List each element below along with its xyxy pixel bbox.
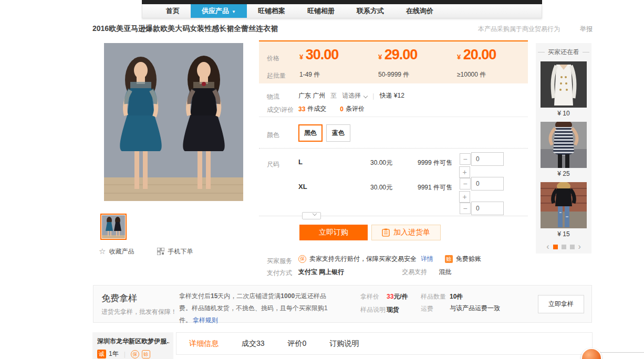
page-dot-3[interactable]: [570, 245, 575, 249]
credit-badge-icon: 赊: [142, 350, 150, 358]
nav-shop-album[interactable]: 旺铺相册: [296, 4, 346, 18]
add-to-cart-label: 加入进货单: [393, 228, 430, 237]
size-row-L: L 30.00元 9999 件可售 − +: [259, 150, 528, 174]
tab-deals[interactable]: 成交33: [230, 333, 276, 354]
sample-qty-label: 样品数量: [421, 292, 446, 301]
price-tier-2: ¥ 29.00: [378, 47, 417, 63]
price-tier-3: ¥ 20.00: [457, 47, 496, 63]
color-option-black[interactable]: 黑色: [298, 124, 323, 142]
tab-detail-info[interactable]: 详细信息: [178, 333, 230, 354]
logistics-origin: 广东 广州: [298, 91, 325, 100]
sample-price-value: 33元/件: [387, 292, 408, 301]
seller-name[interactable]: 深圳市龙华新区欧梦伊服...: [97, 337, 169, 346]
also-viewed-item-2[interactable]: ¥ 25: [536, 122, 591, 177]
moq-tier-1: 1-49 件: [299, 70, 320, 79]
chevron-down-icon: [313, 212, 317, 216]
order-now-button[interactable]: 立即订购: [299, 225, 368, 240]
size-list: 尺码 L 30.00元 9999 件可售 − + XL 30.00元 9991 …: [259, 150, 528, 216]
nav-products[interactable]: 供应产品▼: [191, 4, 247, 18]
nav-home[interactable]: 首页: [155, 4, 191, 18]
item-price: ¥ 15: [536, 230, 591, 238]
payment-label: 支付方式: [267, 269, 292, 278]
item-price: ¥ 25: [536, 170, 591, 177]
moq-label: 起批量: [267, 71, 286, 80]
seller-badges: 诚 1年 | 保 赊: [97, 350, 169, 358]
mobile-order-label: 手机下单: [168, 247, 193, 256]
logistics-label: 物流: [267, 92, 279, 101]
buyer-service-row: 保 卖家支持先行赔付，保障买家交易安全 详情 赊 免费赊账: [298, 255, 481, 263]
favorite-label: 收藏产品: [109, 247, 134, 256]
payment-row: 支付宝 网上银行 交易支持 混批: [298, 268, 451, 277]
size-price: 30.00元: [370, 183, 392, 192]
qr-code-icon: [157, 248, 164, 255]
destination-select[interactable]: 请选择: [342, 91, 367, 100]
review-unit[interactable]: 条评价: [346, 104, 365, 113]
size-stock: 9999 件可售: [418, 159, 452, 167]
mobile-order-button[interactable]: 手机下单: [157, 247, 193, 256]
sample-stock-value: 现货: [387, 305, 399, 314]
size-scroll-more-button[interactable]: [302, 212, 321, 219]
review-count[interactable]: 0: [340, 105, 344, 113]
also-viewed-item-3[interactable]: ¥ 15: [536, 182, 591, 238]
qty-input[interactable]: [471, 202, 504, 215]
clipboard-icon: [382, 228, 390, 237]
item-photo-black-top: [541, 182, 587, 228]
nav-inquiry[interactable]: 在线询价: [395, 4, 444, 18]
tab-reviews[interactable]: 评价0: [276, 333, 318, 354]
also-viewed-item-1[interactable]: ¥ 10: [536, 61, 591, 117]
credit-badge-icon: 赊: [445, 255, 453, 263]
nav-shop-profile[interactable]: 旺铺档案: [247, 4, 296, 18]
qty-minus-button[interactable]: −: [460, 178, 471, 189]
favorite-button[interactable]: ☆ 收藏产品: [99, 247, 134, 256]
size-row-XL: XL 30.00元 9991 件可售 − +: [259, 174, 528, 199]
chevron-down-icon: ▼: [232, 9, 236, 14]
color-option-blue[interactable]: 蓝色: [326, 124, 350, 142]
product-image[interactable]: [95, 43, 252, 201]
sidebar-title: 买家还在看: [536, 43, 591, 57]
item-photo-striped-dress: [541, 122, 587, 168]
qty-input[interactable]: [471, 177, 504, 191]
product-page: 首页 供应产品▼ 旺铺档案 旺铺相册 联系方式 在线询价 2016欧美亚马逊爆款…: [0, 0, 644, 359]
prev-arrow-icon[interactable]: ‹: [546, 244, 549, 249]
guarantee-text: 卖家支持先行赔付，保障买家交易安全: [309, 255, 417, 263]
top-black-bar: [142, 0, 542, 4]
size-row-3: − +: [259, 199, 528, 216]
page-dot-2[interactable]: [562, 245, 566, 249]
thumbnail-selected[interactable]: [100, 214, 127, 240]
qty-minus-button[interactable]: −: [460, 153, 471, 165]
credit-text: 免费赊账: [456, 255, 481, 263]
thumbnail-photo: [102, 215, 125, 238]
divider: [259, 216, 528, 216]
shop-navbar: 首页 供应产品▼ 旺铺档案 旺铺相册 联系方式 在线询价: [142, 4, 542, 18]
deal-unit: 件成交: [307, 104, 326, 113]
page-dot-1[interactable]: [553, 245, 558, 249]
detail-tabs: 详细信息 成交33 评价0 订购说明: [176, 332, 593, 355]
sample-stock-label: 样品说明: [360, 305, 386, 314]
color-label: 颜色: [267, 131, 279, 140]
express-fee: 快递 ¥12: [379, 91, 404, 100]
report-link[interactable]: 举报: [580, 25, 593, 34]
size-price: 30.00元: [370, 159, 392, 167]
item-photo-white-dress: [541, 61, 587, 108]
guarantee-detail-link[interactable]: 详情: [421, 255, 433, 263]
sample-rule-link[interactable]: 拿样规则: [193, 316, 218, 324]
get-sample-button[interactable]: 立即拿样: [538, 295, 584, 313]
stats-row: 33 件成交 0 条评价: [298, 104, 365, 113]
gallery-actions: ☆ 收藏产品 手机下单: [99, 247, 256, 256]
next-arrow-icon[interactable]: ›: [578, 244, 581, 249]
also-viewed-sidebar: 买家还在看 ¥ 10: [536, 43, 591, 254]
qty-input[interactable]: [471, 152, 504, 166]
logistics-row: 广东 广州 至 请选择 | 快递 ¥12: [298, 91, 404, 100]
tab-order-notes[interactable]: 订购说明: [318, 333, 370, 354]
payment-methods: 支付宝 网上银行: [298, 268, 344, 277]
stats-label: 成交\评价: [267, 105, 294, 114]
seller-box: 深圳市龙华新区欧梦伊服... 诚 1年 | 保 赊: [92, 332, 173, 359]
chevron-down-icon: [363, 94, 368, 98]
add-to-cart-button[interactable]: 加入进货单: [371, 225, 441, 240]
sample-ship-label: 运费: [421, 304, 433, 313]
price-label: 价格: [267, 54, 279, 63]
sample-ship-value: 与该产品运费一致: [450, 303, 500, 313]
nav-contact[interactable]: 联系方式: [346, 4, 395, 18]
qty-minus-button[interactable]: −: [460, 203, 471, 214]
sample-title: 免费拿样: [101, 292, 137, 304]
